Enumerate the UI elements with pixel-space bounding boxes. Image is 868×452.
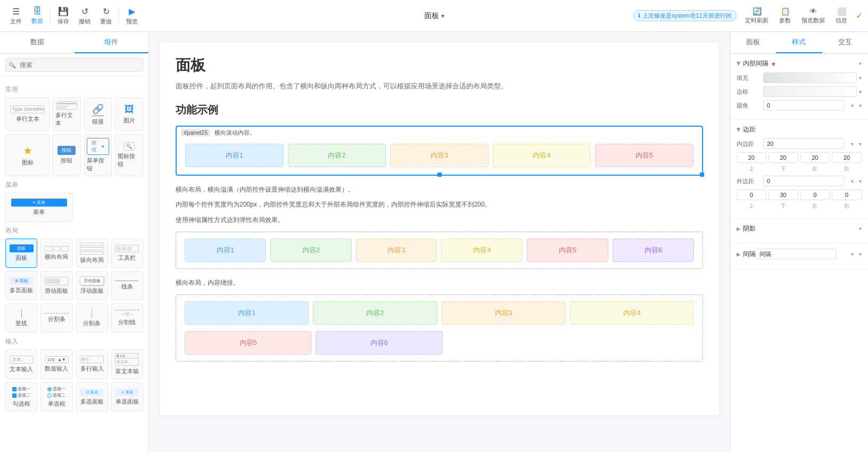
resize-handle-bottom[interactable] <box>437 172 442 177</box>
canvas-area[interactable]: 面板 面板控件，起到页面布局的作用。包含了横向和纵向两种布局方式，可以根据应用场… <box>149 32 730 452</box>
comp-multi-input[interactable]: 多行... 多行输入 <box>76 349 108 379</box>
comp-icon[interactable]: ★ 图标 <box>5 134 49 176</box>
inner-top-input[interactable] <box>737 152 766 163</box>
inner-padding-title: ▶ 内部间隔 ★ <box>737 59 776 68</box>
comp-divider-text[interactable]: —分— 分割线 <box>111 303 143 333</box>
spacing-value[interactable] <box>756 249 837 259</box>
corner-input[interactable] <box>763 100 844 111</box>
preview-data-btn[interactable]: 👁 预览数据 <box>797 5 829 27</box>
margin-title: ▶ 边距 <box>737 125 756 134</box>
comp-float[interactable]: 浮动面板 浮动面板 <box>76 271 108 300</box>
content-d2-5[interactable]: 内容5 <box>527 239 608 262</box>
comp-text-input[interactable]: 文本... 文本输入 <box>5 349 37 379</box>
comp-single-text[interactable]: Type Something 单行文本 <box>5 97 49 131</box>
inner-right-input[interactable] <box>832 152 862 163</box>
spacing-header[interactable]: ▶ 间隔 ▾ <box>737 249 862 259</box>
tab-data[interactable]: 数据 <box>0 32 75 53</box>
comp-image[interactable]: 🖼 图片 <box>115 97 143 131</box>
inner-padding-header[interactable]: ▶ 内部间隔 ★ ▾ <box>737 59 862 68</box>
comp-checkbox[interactable]: ✓ 选项一 ✓ 选项二 勾选框 <box>5 382 37 412</box>
interact-label: 信息 <box>836 17 847 24</box>
spacing-title: ▶ 间隔 <box>737 250 756 259</box>
content-d3-1[interactable]: 内容1 <box>185 301 309 325</box>
outer-left-input[interactable] <box>800 190 830 200</box>
undo-btn[interactable]: ↺ 撤销 <box>74 4 95 28</box>
desc-line-2: 内部每个控件宽度均为200px，内部控件宽度总和大于外部布局组件宽度的，内部控件… <box>176 199 703 210</box>
comp-divider-h[interactable]: 分割条 <box>40 303 72 333</box>
content-5[interactable]: 内容5 <box>595 144 693 167</box>
comp-number-input[interactable]: 123▲▼ 数值输入 <box>40 349 72 379</box>
comp-single-radio[interactable]: ⊙ 单选 单选面板 <box>111 382 143 412</box>
comp-vbox[interactable]: 纵向布局 <box>76 239 108 268</box>
content-3[interactable]: 内容3 <box>390 144 489 167</box>
data-btn[interactable]: 🗄 数据 <box>27 4 48 27</box>
tab-interact[interactable]: 交互 <box>822 32 868 53</box>
comp-toolbar[interactable]: 工具栏 <box>111 239 143 268</box>
comp-icon-btn[interactable]: 🔍 图标按钮 <box>115 134 143 176</box>
content-d2-1[interactable]: 内容1 <box>185 239 266 262</box>
outer-top-input[interactable] <box>737 190 766 200</box>
content-d3-3[interactable]: 内容3 <box>442 301 566 325</box>
comp-multipage[interactable]: ⊞ 面板 多页面板 <box>5 271 37 300</box>
outer-margin-value[interactable] <box>763 176 844 186</box>
comp-scroll[interactable]: 滑动面板 <box>40 271 72 300</box>
content-d2-2[interactable]: 内容2 <box>270 239 352 262</box>
resize-handle-corner[interactable] <box>700 172 704 177</box>
comp-menu-btn[interactable]: 按钮 ▾ 菜单按钮 <box>84 134 112 176</box>
comp-menu[interactable]: ≡ 菜单 菜单 <box>5 193 73 222</box>
outer-bottom-input[interactable] <box>768 190 798 200</box>
margin-header[interactable]: ▶ 边距 <box>737 125 862 134</box>
comp-label: 按钮 <box>61 157 72 165</box>
comp-label: 图标按钮 <box>118 152 140 168</box>
inner-left-input[interactable] <box>800 152 830 163</box>
panel-demo-3[interactable]: 内容1 内容2 内容3 内容4 内容5 内容6 <box>176 294 703 361</box>
border-preview[interactable] <box>763 86 857 97</box>
content-2[interactable]: 内容2 <box>288 144 386 167</box>
sidebar-content: 常用 Type Something 单行文本 多行文本 🔗 链接 <box>0 77 148 452</box>
comp-divider-v[interactable]: 分割条 <box>76 303 108 333</box>
tab-components[interactable]: 组件 <box>75 32 149 53</box>
comp-rich-text[interactable]: BIU 富文本... 富文本输 <box>111 349 143 379</box>
search-input[interactable] <box>5 58 143 72</box>
content-1[interactable]: 内容1 <box>185 144 284 167</box>
shadow-header[interactable]: ▶ 阴影 ▾ <box>737 224 862 233</box>
save-btn[interactable]: 💾 保存 <box>53 4 74 28</box>
interact-btn[interactable]: ⬜ 信息 <box>831 5 852 27</box>
file-btn[interactable]: ☰ 文件 <box>5 4 27 28</box>
comp-label: 图片 <box>123 117 135 125</box>
tab-style[interactable]: 样式 <box>776 32 822 53</box>
comp-vline[interactable]: 竖线 <box>5 303 37 333</box>
panel-row-3-2: 内容5 内容6 <box>176 331 702 361</box>
content-4[interactable]: 内容4 <box>493 144 591 167</box>
content-d3-2[interactable]: 内容2 <box>313 301 437 325</box>
inner-margin-value[interactable] <box>763 138 844 149</box>
comp-label: 链接 <box>92 118 104 126</box>
comp-button[interactable]: 按钮 按钮 <box>53 134 81 176</box>
comp-link[interactable]: 🔗 链接 <box>84 97 112 131</box>
border-label: 边框 <box>737 88 763 96</box>
content-d2-6[interactable]: 内容6 <box>613 239 694 262</box>
fill-gradient[interactable] <box>763 72 857 83</box>
comp-multi-text[interactable]: 多行文本 <box>53 97 81 131</box>
panel-demo-2[interactable]: 内容1 内容2 内容3 内容4 内容5 内容6 <box>176 232 703 269</box>
panel-demo-1[interactable]: #panel25 横向滚动内容。 内容1 内容2 内容3 内容4 内容5 <box>176 126 703 176</box>
content-d2-4[interactable]: 内容4 <box>441 239 523 262</box>
comp-hbox[interactable]: 横向布局 <box>40 239 72 268</box>
preview-btn[interactable]: ▶ 预览 <box>121 4 143 28</box>
comp-linebar[interactable]: 线条 <box>111 271 143 300</box>
content-d3-5[interactable]: 内容5 <box>185 331 311 355</box>
comp-radio[interactable]: 选项一 选项二 单选框 <box>40 382 72 412</box>
prop-margin: ▶ 边距 内边距 ▾ <box>730 120 868 219</box>
outer-right-input[interactable] <box>832 190 862 200</box>
inner-bottom-input[interactable] <box>768 152 798 163</box>
redo-btn[interactable]: ↻ 重做 <box>95 4 117 28</box>
content-d2-3[interactable]: 内容3 <box>356 239 437 262</box>
content-d3-4[interactable]: 内容4 <box>570 301 694 325</box>
title-arrow-icon[interactable]: ▾ <box>441 12 444 20</box>
params-btn[interactable]: 📋 参数 <box>775 5 795 27</box>
content-d3-6[interactable]: 内容6 <box>316 331 442 355</box>
tab-panel[interactable]: 面板 <box>730 32 776 53</box>
comp-panel[interactable]: 面板 面板 <box>5 239 37 268</box>
comp-multi-checkbox[interactable]: ☑ 多选 多选面板 <box>76 382 108 412</box>
refresh-btn[interactable]: 🔄 定时刷新 <box>741 5 773 27</box>
